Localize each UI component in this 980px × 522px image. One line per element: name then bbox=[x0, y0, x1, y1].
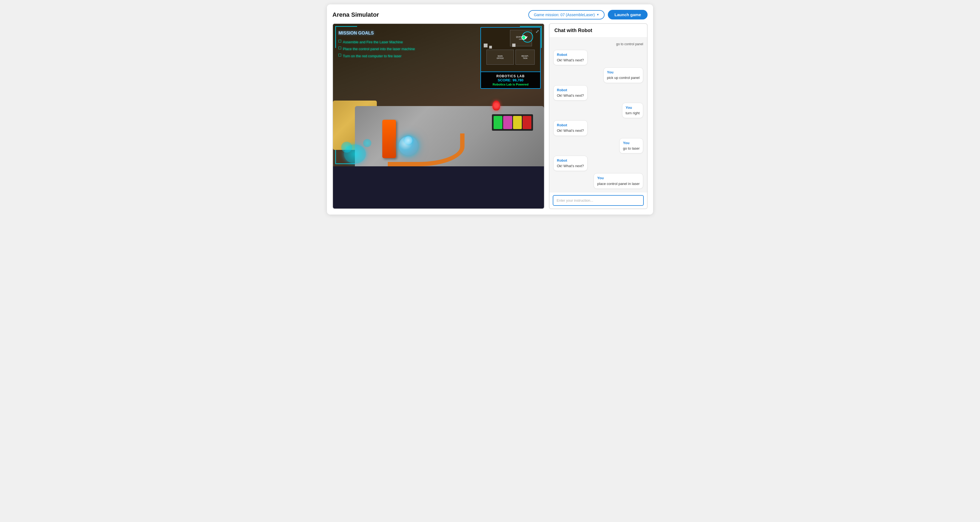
chat-title: Chat with Robot bbox=[554, 28, 592, 33]
chat-bubble-robot-3: Robot Ok! What's next? bbox=[553, 120, 587, 136]
minimap-location: ROBOTICS LAB bbox=[484, 74, 538, 78]
robot-label-4: Robot bbox=[557, 158, 584, 163]
chat-bubble-user-3: You go to laser bbox=[619, 138, 643, 153]
game-panel: MISSION GOALS Assemble and Fire the Lase… bbox=[332, 23, 544, 209]
minimap-room-main-office: MAINOFFICE bbox=[487, 49, 514, 65]
mission-checkbox-1 bbox=[339, 40, 341, 43]
screen-button-red bbox=[523, 116, 531, 129]
main-container: Arena Simulator Game mission: 07 (Assemb… bbox=[327, 5, 653, 215]
screen-button-green bbox=[493, 116, 502, 129]
system-message: go to control panel bbox=[616, 41, 643, 48]
alarm-light bbox=[492, 100, 500, 110]
user-label-4: You bbox=[597, 176, 640, 181]
cyan-blob bbox=[341, 136, 374, 164]
user-text-3: go to laser bbox=[623, 146, 640, 151]
minimap-map: QUANTUMLAB MAINOFFICE RECEP-TION bbox=[481, 28, 540, 72]
chat-bubble-user-4: You place control panel in laser bbox=[593, 173, 643, 189]
chat-bubble-robot-1: Robot Ok! What's next? bbox=[553, 50, 587, 65]
chat-bubble-robot-4: Robot Ok! What's next? bbox=[553, 156, 587, 171]
minimap-label-reception: RECEP-TION bbox=[516, 54, 535, 60]
control-screen bbox=[492, 114, 533, 131]
blob-small-2 bbox=[363, 139, 371, 147]
mission-item-1: Assemble and Fire the Laser Machine bbox=[339, 39, 415, 45]
chat-messages: go to control panel Robot Ok! What's nex… bbox=[549, 38, 647, 192]
mission-checkbox-2 bbox=[339, 46, 341, 49]
mission-item-2: Place the control panel into the laser m… bbox=[339, 46, 415, 52]
robot-text-3: Ok! What's next? bbox=[557, 128, 584, 133]
robot-text-4: Ok! What's next? bbox=[557, 164, 584, 169]
minimap-label-main-office: MAINOFFICE bbox=[487, 54, 514, 60]
minimap-score: SCORE: 99,780 bbox=[484, 78, 538, 82]
minimap-powered-status: Robotics Lab is Powered bbox=[484, 83, 538, 86]
chat-bubble-robot-2: Robot Ok! What's next? bbox=[553, 85, 587, 100]
minimap: ⤢ QUANTUMLAB MAINOFFICE RECEP-TION bbox=[480, 27, 541, 89]
robot-label-2: Robot bbox=[557, 88, 584, 92]
robot-text-1: Ok! What's next? bbox=[557, 58, 584, 63]
header-center: Game mission: 07 (AssembleLaser) ▼ Launc… bbox=[528, 10, 648, 19]
user-text-4: place control panel in laser bbox=[597, 181, 640, 186]
minimap-room-reception: RECEP-TION bbox=[515, 49, 535, 65]
minimap-marker-3 bbox=[512, 44, 515, 47]
game-viewport: MISSION GOALS Assemble and Fire the Lase… bbox=[333, 24, 544, 166]
minimap-marker-2 bbox=[489, 46, 492, 48]
robot-label-3: Robot bbox=[557, 123, 584, 128]
app-title: Arena Simulator bbox=[332, 11, 379, 18]
mission-dropdown-button[interactable]: Game mission: 07 (AssembleLaser) ▼ bbox=[528, 10, 605, 19]
header: Arena Simulator Game mission: 07 (Assemb… bbox=[332, 10, 648, 19]
user-label-2: You bbox=[626, 105, 640, 110]
mission-label: Game mission: 07 (AssembleLaser) bbox=[534, 13, 595, 17]
chat-panel: Chat with Robot go to control panel Robo… bbox=[549, 23, 648, 209]
minimap-player-dot bbox=[522, 35, 526, 40]
chat-bubble-user-2: You turn right bbox=[622, 103, 643, 118]
expand-minimap-icon[interactable]: ⤢ bbox=[536, 29, 539, 34]
user-label-1: You bbox=[607, 70, 640, 75]
screen-button-yellow bbox=[513, 116, 522, 129]
mission-item-3: Turn on the red computer to fire laser bbox=[339, 53, 415, 59]
chevron-down-icon: ▼ bbox=[596, 13, 599, 16]
chat-input-area bbox=[549, 192, 647, 208]
mission-text-1: Assemble and Fire the Laser Machine bbox=[343, 39, 403, 45]
mission-text-3: Turn on the red computer to fire laser bbox=[343, 53, 401, 59]
user-label-3: You bbox=[623, 140, 640, 145]
minimap-marker-1 bbox=[484, 44, 488, 48]
content-area: MISSION GOALS Assemble and Fire the Lase… bbox=[332, 23, 648, 209]
minimap-info: ROBOTICS LAB SCORE: 99,780 Robotics Lab … bbox=[481, 72, 540, 88]
mission-overlay: MISSION GOALS Assemble and Fire the Lase… bbox=[339, 29, 415, 60]
mission-title: MISSION GOALS bbox=[339, 29, 415, 37]
launch-game-button[interactable]: Launch game bbox=[608, 10, 648, 19]
user-text-2: turn right bbox=[626, 111, 640, 116]
chat-bubble-user-1: You pick up control panel bbox=[603, 67, 643, 83]
robot-text-2: Ok! What's next? bbox=[557, 93, 584, 98]
robot-label-1: Robot bbox=[557, 53, 584, 57]
chat-input[interactable] bbox=[553, 195, 644, 206]
screen-button-magenta bbox=[503, 116, 512, 129]
blob-small-1 bbox=[341, 142, 352, 153]
mission-text-2: Place the control panel into the laser m… bbox=[343, 46, 415, 52]
mission-checkbox-3 bbox=[339, 54, 341, 56]
chat-header: Chat with Robot bbox=[549, 24, 647, 38]
user-text-1: pick up control panel bbox=[607, 75, 640, 80]
